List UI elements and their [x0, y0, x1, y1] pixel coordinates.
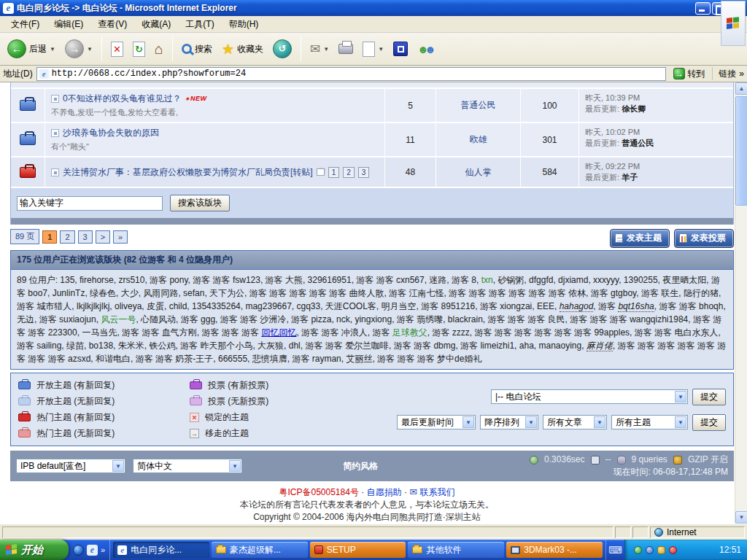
- search-forum-button[interactable]: 搜索该版块: [170, 195, 230, 211]
- language-select[interactable]: 简体中文▼: [133, 459, 242, 473]
- hot-topic-folder-icon: [20, 167, 36, 178]
- home-button[interactable]: ⌂: [152, 39, 166, 59]
- page-next[interactable]: >: [96, 230, 110, 244]
- menu-file[interactable]: 文件(F): [4, 16, 46, 33]
- last-poster-link[interactable]: 徐长卿: [622, 104, 646, 113]
- edit-dropdown-icon[interactable]: ▼: [378, 46, 384, 52]
- post-filter-select[interactable]: 所有文章▼: [543, 415, 607, 429]
- topic-page-link[interactable]: 3: [358, 167, 370, 178]
- quicklaunch-chevron-icon[interactable]: »: [101, 545, 105, 554]
- dropdown-arrow-icon: ▼: [675, 391, 686, 402]
- views-count: 584: [520, 158, 578, 187]
- member-link[interactable]: bqt16sha: [618, 301, 654, 312]
- topic-starter-link[interactable]: 普通公民: [461, 99, 496, 112]
- favorites-button[interactable]: ★ 收藏夹: [219, 39, 266, 59]
- vertical-scrollbar[interactable]: ▲ ▼: [735, 82, 747, 524]
- history-button[interactable]: ↺: [270, 38, 295, 60]
- topic-filter-select[interactable]: 所有主题▼: [611, 415, 688, 429]
- language-bar-keyboard-icon[interactable]: ⌨: [605, 540, 624, 560]
- go-button[interactable]: → 转到: [670, 67, 708, 81]
- task-folder-window[interactable]: 豪杰超级解...: [212, 542, 308, 558]
- member-link[interactable]: 麻肖佬: [587, 341, 613, 351]
- benchmark-task-icon: [511, 546, 520, 554]
- messenger-button[interactable]: ☻☻: [414, 42, 438, 57]
- last-post-jump-icon[interactable]: [51, 129, 59, 137]
- links-chevron-icon[interactable]: »: [739, 69, 744, 79]
- mail-button[interactable]: ✉ ▼: [307, 40, 332, 58]
- forward-button[interactable]: → ▼: [62, 38, 96, 60]
- back-dropdown-icon[interactable]: ▼: [50, 46, 55, 52]
- search-button[interactable]: 搜索: [179, 42, 215, 57]
- scrollbar-thumb[interactable]: [735, 96, 747, 206]
- last-poster-link[interactable]: 普通公民: [622, 139, 654, 147]
- topic-starter-link[interactable]: 欧雄: [470, 133, 487, 146]
- topic-page-link[interactable]: 1: [328, 167, 340, 178]
- member-link[interactable]: 回忆回忆: [261, 327, 296, 338]
- menu-edit[interactable]: 编辑(E): [47, 16, 90, 33]
- skin-select[interactable]: IPB default[蓝色]▼: [16, 459, 125, 473]
- last-post-jump-icon[interactable]: [51, 168, 59, 176]
- ie-quicklaunch-icon[interactable]: e: [87, 545, 98, 556]
- forum-jump-submit-button[interactable]: 提交: [692, 389, 726, 405]
- network-tray-icon[interactable]: [634, 546, 642, 554]
- new-poll-button[interactable]: 发表投票: [674, 229, 734, 248]
- scroll-up-button[interactable]: ▲: [735, 82, 747, 95]
- page-last[interactable]: »: [113, 230, 128, 244]
- topic-title-link[interactable]: 关注博贺水厂事：基层政府公权懒散要为博贺水厂乱局负责[转贴]: [63, 166, 313, 179]
- contact-link[interactable]: 联系我们: [420, 487, 455, 497]
- member-link[interactable]: 风云一号: [101, 314, 136, 324]
- app-shortcut-button[interactable]: [390, 40, 411, 58]
- title-bar: e 电白同乡论坛 -> 电白论坛 - Microsoft Internet Ex…: [0, 0, 747, 16]
- page-current[interactable]: 1: [42, 230, 57, 244]
- menu-view[interactable]: 查看(V): [91, 16, 133, 33]
- task-3dmark-window[interactable]: 3DMark03 -...: [506, 542, 603, 558]
- topic-description: 有个"雕头": [51, 141, 379, 152]
- start-button[interactable]: 开始: [0, 540, 69, 560]
- disclaimer-text: 本论坛的所有言论只代表发表者的个人意见，与本论坛立场无关。: [0, 499, 734, 511]
- keyword-input[interactable]: [17, 196, 163, 211]
- links-bar[interactable]: 链接 »: [712, 67, 744, 80]
- topic-page-link[interactable]: 2: [343, 167, 355, 178]
- topic-starter-link[interactable]: 仙人掌: [465, 166, 492, 179]
- security-tray-icon[interactable]: [657, 546, 665, 554]
- media-player-icon[interactable]: [73, 545, 84, 556]
- scroll-down-button[interactable]: ▼: [735, 511, 747, 524]
- page-link[interactable]: 3: [78, 230, 93, 244]
- address-bar: 地址(D) e http://0668.cc/index.php?showfor…: [0, 66, 747, 82]
- menu-help[interactable]: 帮助(H): [222, 16, 266, 33]
- page-link[interactable]: 2: [60, 230, 74, 244]
- topic-title-link[interactable]: 0不知这样的双头龟有谁见过？: [63, 93, 182, 105]
- forum-jump-select[interactable]: |-- 电白论坛▼: [491, 389, 688, 404]
- print-button[interactable]: [336, 42, 356, 55]
- menu-favorites[interactable]: 收藏(A): [135, 16, 177, 33]
- member-link[interactable]: 足球教父: [392, 327, 427, 338]
- back-button[interactable]: ← 后退 ▼: [4, 38, 58, 60]
- task-setup-window[interactable]: SETUP: [310, 542, 406, 558]
- envelope-icon: ✉: [409, 486, 417, 497]
- last-post-jump-icon[interactable]: [51, 95, 59, 103]
- sort-submit-button[interactable]: 提交: [692, 414, 726, 431]
- sort-order-select[interactable]: 降序排列▼: [480, 415, 538, 429]
- new-topic-button[interactable]: 发表主题: [610, 229, 670, 248]
- task-forum-window[interactable]: e电白同乡论...: [113, 542, 209, 558]
- member-link[interactable]: txn: [481, 275, 493, 285]
- alert-tray-icon[interactable]: [669, 546, 677, 554]
- lofi-version-link[interactable]: 简约风格: [343, 460, 378, 472]
- task-software-folder[interactable]: 其他软件: [408, 542, 504, 558]
- minimize-button[interactable]: [695, 2, 711, 15]
- last-poster-link[interactable]: 羊子: [622, 173, 638, 182]
- forward-dropdown-icon[interactable]: ▼: [87, 46, 93, 52]
- member-link[interactable]: hahagod: [560, 301, 594, 312]
- edit-button[interactable]: ▼: [360, 40, 387, 58]
- sort-key-select[interactable]: 最后更新时间▼: [397, 415, 476, 429]
- ie-task-icon: e: [117, 545, 127, 555]
- donate-link[interactable]: 自愿捐助: [367, 487, 402, 497]
- refresh-button[interactable]: ↻: [130, 40, 148, 58]
- mail-dropdown-icon[interactable]: ▼: [323, 46, 329, 52]
- address-input[interactable]: e http://0668.cc/index.php?showforum=24: [36, 67, 667, 81]
- stop-button[interactable]: ✕: [108, 40, 126, 58]
- menu-tools[interactable]: 工具(T): [179, 16, 220, 33]
- messenger-tray-icon[interactable]: [646, 546, 654, 554]
- topic-title-link[interactable]: 沙琅养龟协会失败的原因: [63, 127, 159, 139]
- replies-count: 48: [384, 158, 436, 187]
